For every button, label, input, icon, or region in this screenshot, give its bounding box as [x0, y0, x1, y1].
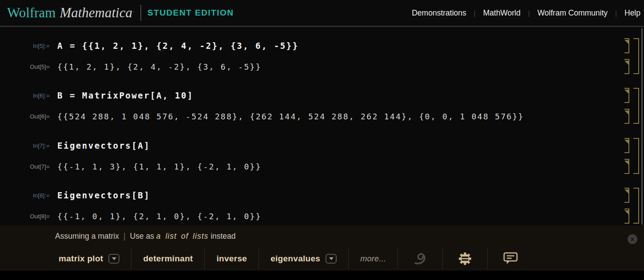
output-cell: Out[6]= {{524 288, 1 048 576, -524 288},…: [0, 109, 617, 124]
input-code[interactable]: Eigenvectors[B]: [57, 190, 150, 200]
nav-link-mathworld[interactable]: MathWorld: [483, 8, 521, 18]
cell-bracket-out[interactable]: [624, 59, 629, 74]
cell-bracket-out[interactable]: [624, 109, 629, 124]
brand-product: Mathematica: [60, 5, 132, 21]
evaluate-curl-icon: [413, 251, 428, 266]
nav-link-demonstrations[interactable]: Demonstrations: [412, 8, 466, 18]
input-code[interactable]: Eigenvectors[A]: [57, 141, 150, 150]
speech-bubble-icon: [502, 251, 519, 266]
brand-wolfram: Wolfram: [7, 5, 56, 21]
nav-link-help[interactable]: Help: [624, 8, 640, 18]
cell-bracket-group[interactable]: [633, 38, 639, 74]
cell-bracket-in[interactable]: [624, 188, 629, 203]
output-cell: Out[8]= {{-1, 0, 1}, {2, 1, 0}, {-2, 1, …: [0, 209, 617, 224]
cell-bracket-group[interactable]: [633, 138, 639, 174]
eigenvalues-button[interactable]: eigenvalues: [259, 248, 349, 270]
output-code: {{524 288, 1 048 576, -524 288}, {262 14…: [57, 112, 524, 121]
brand-edition-label: STUDENT EDITION: [147, 8, 234, 18]
chevron-down-icon: [112, 257, 116, 260]
in-label: In[6]:=: [0, 92, 50, 99]
notebook-area: In[5]:= A = {{1, 2, 1}, {2, 4, -2}, {3, …: [0, 28, 644, 225]
chevron-down-icon: [329, 257, 334, 260]
close-icon[interactable]: ✕: [628, 234, 637, 244]
matrix-plot-label: matrix plot: [59, 254, 103, 264]
out-label: Out[5]=: [0, 63, 50, 70]
eigenvalues-label: eigenvalues: [270, 254, 320, 264]
in-label: In[5]:=: [0, 43, 50, 49]
output-code: {{1, 2, 1}, {2, 4, -2}, {3, 6, -5}}: [57, 62, 262, 71]
bottom-strip: [0, 270, 644, 280]
cell-bracket-in[interactable]: [624, 88, 629, 103]
window-scrollbar-edge[interactable]: [641, 28, 643, 225]
settings-gear-button[interactable]: [443, 248, 488, 270]
brand-divider: [140, 5, 141, 21]
feedback-bubble-button[interactable]: [488, 248, 534, 270]
input-code[interactable]: A = {{1, 2, 1}, {2, 4, -2}, {3, 6, -5}}: [57, 41, 299, 51]
output-cell: Out[5]= {{1, 2, 1}, {2, 4, -2}, {3, 6, -…: [0, 59, 617, 74]
input-cell[interactable]: In[5]:= A = {{1, 2, 1}, {2, 4, -2}, {3, …: [0, 38, 617, 53]
output-code: {{-1, 0, 1}, {2, 1, 0}, {-2, 1, 0}}: [57, 212, 262, 221]
matrix-plot-dropdown[interactable]: [108, 254, 119, 264]
out-label: Out[6]=: [0, 113, 50, 120]
suggestions-bar: Assuming a matrix|Use as a list of lists…: [0, 225, 644, 270]
alternative-link[interactable]: a list of lists: [156, 232, 208, 241]
input-code[interactable]: B = MatrixPower[A, 10]: [57, 91, 194, 100]
assumption-text: Assuming a matrix|Use as a list of lists…: [55, 232, 236, 241]
alternative-suffix: instead: [208, 232, 235, 241]
cell-bracket-group[interactable]: [633, 188, 639, 224]
out-label: Out[7]=: [0, 163, 50, 170]
brand-trademark: ’: [133, 10, 134, 16]
in-label: In[7]:=: [0, 142, 50, 149]
nav-separator: |: [528, 9, 530, 17]
input-cell[interactable]: In[6]:= B = MatrixPower[A, 10]: [0, 88, 617, 103]
out-label: Out[8]=: [0, 213, 50, 220]
cell-bracket-out[interactable]: [624, 159, 629, 174]
output-cell: Out[7]= {{-1, 1, 3}, {1, 1, 1}, {-2, 1, …: [0, 159, 617, 174]
inverse-label: inverse: [216, 254, 247, 264]
evaluate-curl-button[interactable]: [398, 248, 443, 270]
in-label: In[8]:=: [0, 192, 50, 199]
gear-icon: [457, 251, 473, 266]
assumption-label: Assuming a matrix: [55, 232, 119, 241]
cell-bracket-in[interactable]: [624, 38, 629, 53]
output-code: {{-1, 1, 3}, {1, 1, 1}, {-2, 1, 0}}: [57, 162, 262, 171]
more-button[interactable]: more...: [349, 248, 398, 270]
top-nav: Demonstrations | MathWorld | Wolfram Com…: [412, 8, 641, 18]
mathematica-window: Wolfram Mathematica ’ STUDENT EDITION De…: [0, 0, 644, 280]
nav-link-wolfram-community[interactable]: Wolfram Community: [537, 8, 608, 18]
cell-bracket-group[interactable]: [633, 88, 639, 124]
determinant-label: determinant: [143, 254, 193, 264]
assumption-divider: |: [123, 232, 126, 241]
alternative-prefix: Use as: [130, 232, 156, 241]
cell-bracket-out[interactable]: [624, 209, 629, 224]
inverse-button[interactable]: inverse: [205, 248, 259, 270]
suggestion-toolbar: matrix plot determinant inverse eigenval…: [47, 248, 534, 270]
top-bar: Wolfram Mathematica ’ STUDENT EDITION De…: [0, 0, 644, 27]
input-cell[interactable]: In[7]:= Eigenvectors[A]: [0, 138, 617, 153]
determinant-button[interactable]: determinant: [131, 248, 205, 270]
cell-bracket-in[interactable]: [624, 138, 629, 153]
nav-separator: |: [474, 9, 476, 17]
brand: Wolfram Mathematica ’ STUDENT EDITION: [7, 5, 234, 21]
nav-separator: |: [615, 9, 617, 17]
eigenvalues-dropdown[interactable]: [326, 254, 337, 264]
matrix-plot-button[interactable]: matrix plot: [47, 248, 131, 270]
input-cell[interactable]: In[8]:= Eigenvectors[B]: [0, 188, 617, 203]
more-label: more...: [360, 254, 386, 264]
